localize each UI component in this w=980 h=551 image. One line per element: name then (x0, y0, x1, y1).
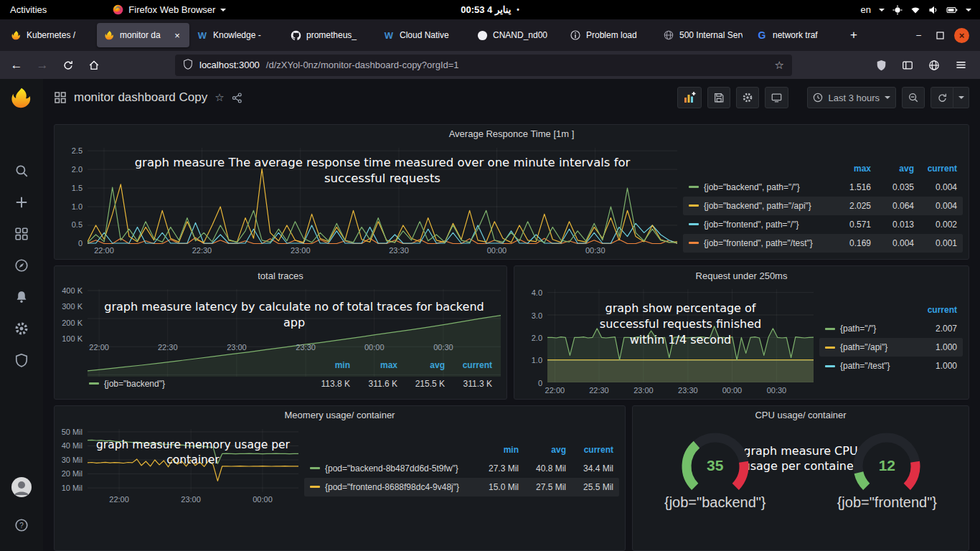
activities-button[interactable]: Activities (0, 4, 57, 15)
clock[interactable]: 00:53 يناير 4 • (461, 4, 519, 15)
legend-row[interactable]: {job="frontend", path="/"}0.5710.0130.00… (683, 215, 963, 234)
configuration-gear-icon[interactable] (6, 313, 37, 344)
tv-cycle-view-icon[interactable] (765, 87, 788, 108)
x-axis-tick-label: 23:00 (633, 386, 654, 395)
sidebar-toggle-icon[interactable] (897, 55, 918, 76)
back-button[interactable]: ← (6, 55, 27, 76)
chart-annotation: graph measure memory usage per container (94, 438, 292, 468)
help-icon[interactable]: ? (6, 509, 37, 541)
minimize-button[interactable]: – (911, 28, 926, 43)
new-tab-button[interactable]: + (843, 24, 864, 46)
forward-button[interactable]: → (32, 55, 53, 76)
time-range-picker[interactable]: Last 3 hours (807, 87, 896, 108)
tab-500-error[interactable]: 500 Internal Serv (656, 23, 749, 47)
url-bar[interactable]: localhost:3000/d/zXYol-0nz/monitor-dashb… (175, 55, 792, 76)
tab-network-traffic[interactable]: G network traf (750, 23, 842, 47)
tab-label: Knowledge - (213, 30, 276, 40)
legend-row[interactable]: {job="backend"}113.8 K311.6 K215.5 K311.… (83, 375, 498, 393)
dashboards-grid-icon[interactable] (6, 218, 37, 250)
tab-label: Problem load (586, 30, 649, 40)
legend-column-header[interactable]: min (471, 443, 519, 457)
firefox-app-menu[interactable]: Firefox Web Browser (113, 4, 226, 15)
refresh-interval-dropdown[interactable] (953, 87, 969, 108)
legend-stat-value: 27.5 Mil (519, 480, 566, 494)
tab-problem-loading[interactable]: Problem load (563, 23, 656, 47)
system-tray[interactable]: en (861, 4, 980, 15)
close-window-button[interactable]: × (954, 28, 969, 43)
reload-button[interactable] (57, 55, 79, 76)
server-admin-shield-icon[interactable] (6, 344, 37, 376)
gauge-panel-body[interactable]: graph measure CPU usage per container 35… (633, 425, 969, 550)
y-axis-tick-label: 20 Mil (62, 469, 83, 478)
account-globe-icon[interactable] (923, 55, 945, 76)
legend-stat-value: 0.002 (914, 217, 957, 232)
add-panel-button[interactable] (677, 87, 702, 108)
panel-title[interactable]: Meomery usage/ container (55, 406, 625, 425)
close-tab-icon[interactable]: × (171, 29, 183, 41)
legend-stat-value: 0.004 (914, 180, 957, 194)
dashboard-title[interactable]: monitor dashboard Copy (74, 90, 207, 105)
tab-knowledge[interactable]: W Knowledge - (190, 23, 283, 47)
x-axis-tick-label: 22:00 (94, 246, 114, 255)
tab-cloud-native[interactable]: W Cloud Native (377, 23, 469, 47)
tracking-protection-shield-icon[interactable] (183, 59, 193, 72)
panel-title[interactable]: Average Responce Time [1m ] (55, 125, 969, 143)
time-series-chart[interactable]: graph measure memory usage per container… (88, 429, 298, 492)
legend-column-header[interactable]: max (828, 161, 871, 176)
grafana-logo-icon[interactable] (9, 86, 34, 113)
create-plus-icon[interactable] (6, 187, 37, 218)
zoom-out-button[interactable] (902, 87, 925, 108)
refresh-button[interactable] (930, 87, 953, 108)
series-name: {job="backend"} (104, 377, 165, 391)
share-icon[interactable] (232, 93, 242, 103)
dashboard-settings-gear-icon[interactable] (736, 87, 759, 108)
tab-cnand[interactable]: CNAND_nd00 (470, 23, 562, 47)
legend-column-header[interactable]: current (914, 303, 957, 317)
legend-row[interactable]: {path="/"}2.007 (819, 319, 963, 338)
legend-row[interactable]: {path="/api"}1.000 (819, 338, 963, 357)
user-avatar[interactable] (11, 476, 32, 501)
chevron-down-icon (958, 96, 964, 99)
series-color-marker (310, 467, 320, 469)
x-axis-tick-label: 00:00 (487, 246, 507, 255)
home-button[interactable] (83, 55, 105, 76)
panel-title[interactable]: Request under 250ms (514, 266, 969, 285)
y-axis-tick-label: 400 K (62, 286, 83, 295)
series-color-marker (689, 223, 699, 225)
dashboard-grid-icon[interactable] (54, 91, 67, 104)
legend-row[interactable]: {pod="frontend-8688f98dc4-9v48j"}15.0 Mi… (304, 478, 619, 496)
save-dashboard-button[interactable] (707, 87, 730, 108)
tab-monitor-dashboard[interactable]: monitor da × (97, 23, 189, 47)
time-series-chart[interactable]: graph measure latency by calculate no of… (88, 289, 501, 339)
legend-row[interactable]: {path="/test"}1.000 (819, 357, 963, 375)
legend-row[interactable]: {pod="backend-8b487dd6d-5t9fw"}27.3 Mil4… (304, 459, 619, 478)
legend-column-header[interactable]: current (914, 161, 957, 176)
tab-prometheus[interactable]: prometheus_ (283, 23, 376, 47)
window-controls: – × (911, 28, 976, 43)
legend-row[interactable]: {job="backend", path="/api"}2.0250.0640.… (683, 197, 963, 215)
time-series-chart[interactable]: graph measure The average response time … (88, 148, 677, 244)
explore-compass-icon[interactable] (6, 250, 37, 281)
menu-icon[interactable] (950, 55, 971, 76)
legend-column-header[interactable]: avg (871, 161, 914, 176)
panel-title[interactable]: total traces (55, 266, 507, 285)
keyboard-layout-indicator[interactable]: en (861, 4, 871, 15)
panel-title[interactable]: CPU usage/ container (633, 406, 969, 425)
chevron-down-icon (879, 9, 885, 11)
x-axis-tick-label: 23:00 (181, 495, 201, 504)
maximize-button[interactable] (933, 28, 948, 43)
x-axis-tick-label: 22:00 (545, 386, 565, 395)
legend-stat-value: 0.571 (828, 217, 871, 232)
time-series-chart[interactable]: graph show percentage of successful requ… (547, 289, 814, 382)
legend-row[interactable]: {job="frontend", path="/test"}0.1690.004… (683, 234, 963, 253)
legend-row[interactable]: {job="backend", path="/"}1.5160.0350.004 (683, 178, 963, 197)
search-icon[interactable] (6, 155, 37, 187)
extension-shield-icon[interactable] (870, 55, 892, 76)
tab-kubernetes[interactable]: Kubernetes / (4, 23, 96, 47)
legend-column-header[interactable]: avg (519, 443, 566, 457)
alerting-bell-icon[interactable] (6, 281, 37, 313)
favorite-star-icon[interactable]: ☆ (215, 91, 224, 104)
legend-column-header[interactable]: current (566, 443, 613, 457)
x-axis-tick-label: 22:30 (589, 386, 609, 395)
bookmark-star-icon[interactable]: ☆ (775, 59, 784, 72)
